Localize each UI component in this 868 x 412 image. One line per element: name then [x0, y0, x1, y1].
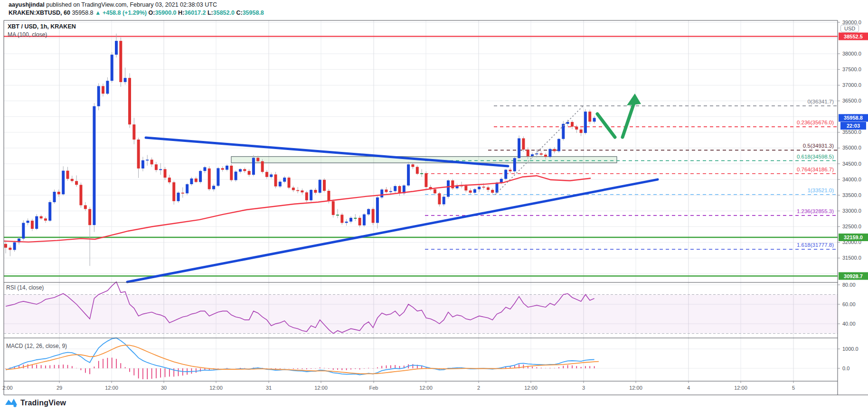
publish-text: published on TradingView.com, February 0… [45, 1, 217, 8]
svg-text:32500.0: 32500.0 [842, 224, 861, 229]
svg-text:30: 30 [161, 385, 167, 391]
svg-text:32159.0: 32159.0 [844, 234, 863, 240]
pane-frame [4, 20, 868, 395]
tradingview-logo-icon [5, 397, 18, 409]
svg-text:12:00: 12:00 [105, 385, 118, 391]
svg-text:3: 3 [582, 385, 585, 391]
svg-text:4: 4 [687, 385, 690, 391]
svg-text:0.618(34598.5): 0.618(34598.5) [797, 154, 834, 159]
low-value: 35852.0 [213, 9, 235, 16]
close-label: C: [236, 9, 242, 16]
svg-text:0.764(34186.7): 0.764(34186.7) [797, 167, 834, 172]
svg-text:12:00: 12:00 [524, 385, 538, 391]
svg-text:22:03: 22:03 [847, 123, 860, 129]
svg-text:36500.0: 36500.0 [842, 98, 861, 103]
symbol-interval: KRAKEN:XBTUSD, 60 [9, 9, 70, 16]
macd-signal-line[interactable] [6, 345, 599, 374]
svg-text:37000.0: 37000.0 [842, 82, 861, 88]
ohlc-strip: KRAKEN:XBTUSD, 60 35958.8 ▲ +458.8 (+1.2… [9, 9, 264, 16]
horizontal-levels[interactable] [4, 37, 838, 276]
pane-title-symbol: XBT / USD, 1h, KRAKEN [8, 23, 76, 30]
tradingview-published-chart: 0(36341.7)0.236(35676.0)0.5(34931.3)0.61… [0, 0, 868, 412]
svg-text:80.00: 80.00 [842, 282, 856, 288]
svg-text:0.0: 0.0 [842, 365, 849, 371]
currency-badge[interactable]: USD [840, 25, 859, 32]
svg-text:34000.0: 34000.0 [842, 177, 861, 182]
svg-text:38000.0: 38000.0 [842, 51, 861, 56]
svg-text:12:00: 12:00 [209, 385, 223, 391]
svg-text:1.236(32855.3): 1.236(32855.3) [797, 208, 834, 214]
chart-canvas[interactable]: 0(36341.7)0.236(35676.0)0.5(34931.3)0.61… [0, 0, 868, 412]
svg-text:38552.5: 38552.5 [844, 34, 863, 39]
svg-text:35500.0: 35500.0 [842, 129, 861, 135]
price-change: ▲ +458.8 (+1.29%) [95, 9, 147, 16]
tradingview-logo[interactable]: TradingView [5, 397, 66, 409]
author-name: aayushjindal [9, 1, 45, 8]
svg-text:39000.0: 39000.0 [842, 19, 861, 25]
svg-text:5: 5 [792, 385, 795, 391]
low-label: L: [208, 9, 213, 16]
svg-text:31500.0: 31500.0 [842, 255, 861, 261]
publish-info: aayushjindal published on TradingView.co… [9, 1, 217, 8]
open-label: O: [149, 9, 155, 16]
svg-text:35958.8: 35958.8 [844, 115, 863, 121]
svg-text:60.00: 60.00 [842, 301, 856, 307]
svg-text:2:00: 2:00 [2, 385, 12, 391]
svg-text:1.618(31777.8): 1.618(31777.8) [797, 242, 834, 248]
svg-text:33500.0: 33500.0 [842, 192, 861, 198]
ma-indicator-label: MA (100, close) [8, 31, 47, 38]
svg-text:12:00: 12:00 [734, 385, 747, 391]
svg-text:33000.0: 33000.0 [842, 208, 861, 214]
svg-text:37500.0: 37500.0 [842, 66, 861, 72]
svg-text:30928.7: 30928.7 [844, 273, 863, 279]
macd-indicator-label: MACD (12, 26, close, 9) [6, 343, 67, 349]
svg-text:2: 2 [477, 385, 480, 391]
last-price: 35958.8 [72, 9, 93, 16]
svg-text:34500.0: 34500.0 [842, 161, 861, 167]
svg-text:Feb: Feb [369, 385, 378, 391]
close-value: 35958.8 [243, 9, 264, 16]
svg-text:0(36341.7): 0(36341.7) [807, 99, 834, 104]
svg-text:12:00: 12:00 [419, 385, 433, 391]
svg-text:31: 31 [266, 385, 272, 391]
bullish-arrow[interactable] [597, 94, 641, 137]
svg-text:35000.0: 35000.0 [842, 145, 861, 150]
svg-text:12:00: 12:00 [314, 385, 328, 391]
svg-text:40.00: 40.00 [842, 321, 856, 327]
open-value: 35900.0 [155, 9, 176, 16]
rsi-band [4, 295, 838, 334]
svg-text:0.236(35676.0): 0.236(35676.0) [797, 120, 834, 125]
rsi-indicator-label: RSI (14, close) [6, 284, 44, 291]
svg-text:0.5(34931.3): 0.5(34931.3) [803, 143, 834, 149]
svg-text:12:00: 12:00 [629, 385, 642, 391]
high-label: H: [178, 9, 184, 16]
svg-text:1(33521.0): 1(33521.0) [807, 187, 834, 193]
svg-text:29: 29 [57, 385, 62, 391]
high-value: 36017.2 [184, 9, 206, 16]
tradingview-logo-text: TradingView [20, 399, 66, 407]
time-axis[interactable]: 2:002912:003012:003112:00Feb12:00212:003… [2, 381, 795, 391]
svg-text:1000.0: 1000.0 [842, 346, 859, 352]
price-axis[interactable]: 39000.038000.037500.037000.036500.035500… [838, 19, 861, 371]
